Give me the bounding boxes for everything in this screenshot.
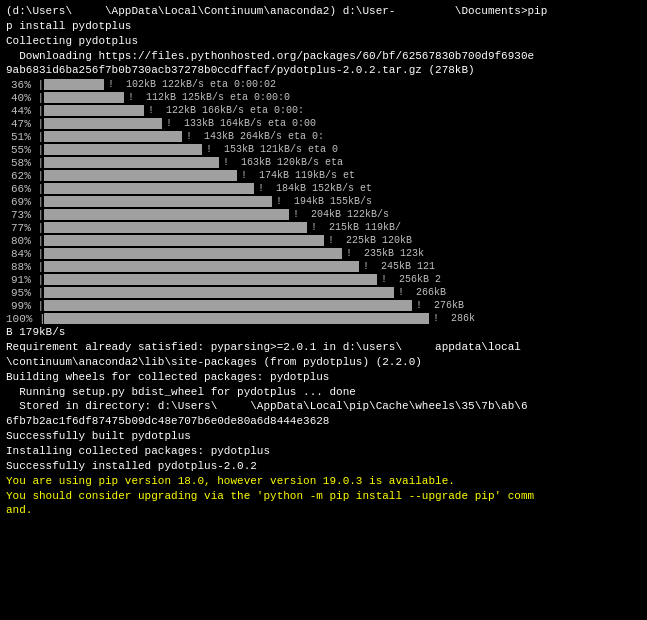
progress-info: ! 225kB 120kB bbox=[328, 235, 412, 246]
terminal-line: 6fb7b2ac1f6df87475b09dc48e707b6e0de80a6d… bbox=[6, 414, 641, 429]
progress-bar bbox=[44, 248, 342, 259]
progress-bar bbox=[44, 196, 272, 207]
progress-bar bbox=[44, 105, 144, 116]
progress-pct-label: 84% | bbox=[6, 248, 44, 260]
terminal-line: Downloading https://files.pythonhosted.o… bbox=[6, 49, 641, 64]
progress-row: 40% |! 112kB 125kB/s eta 0:00:0 bbox=[6, 91, 641, 104]
terminal-line: p install pydotplus bbox=[6, 19, 641, 34]
terminal-line: and. bbox=[6, 503, 641, 518]
progress-info: ! 184kB 152kB/s et bbox=[258, 183, 372, 194]
progress-pct-label: 58% | bbox=[6, 157, 44, 169]
progress-row: 58% |! 163kB 120kB/s eta bbox=[6, 156, 641, 169]
progress-pct-label: 47% | bbox=[6, 118, 44, 130]
progress-info: ! 235kB 123k bbox=[346, 248, 424, 259]
progress-bar bbox=[44, 235, 324, 246]
progress-row: 55% |! 153kB 121kB/s eta 0 bbox=[6, 143, 641, 156]
progress-info: ! 266kB bbox=[398, 287, 446, 298]
progress-bar bbox=[44, 287, 394, 298]
terminal-line: Successfully installed pydotplus-2.0.2 bbox=[6, 459, 641, 474]
progress-bar bbox=[44, 222, 307, 233]
terminal-line: (d:\Users\ \AppData\Local\Continuum\anac… bbox=[6, 4, 641, 19]
progress-row: 100% |! 286k bbox=[6, 312, 641, 325]
progress-bar bbox=[44, 313, 429, 324]
progress-row: 91% |! 256kB 2 bbox=[6, 273, 641, 286]
progress-bar bbox=[44, 183, 254, 194]
progress-bar bbox=[44, 274, 377, 285]
progress-bar bbox=[44, 170, 237, 181]
progress-row: 77% |! 215kB 119kB/ bbox=[6, 221, 641, 234]
progress-row: 51% |! 143kB 264kB/s eta 0: bbox=[6, 130, 641, 143]
progress-row: 44% |! 122kB 166kB/s eta 0:00: bbox=[6, 104, 641, 117]
progress-row: 80% |! 225kB 120kB bbox=[6, 234, 641, 247]
progress-pct-label: 95% | bbox=[6, 287, 44, 299]
terminal-line: Installing collected packages: pydotplus bbox=[6, 444, 641, 459]
terminal-line: Collecting pydotplus bbox=[6, 34, 641, 49]
progress-row: 95% |! 266kB bbox=[6, 286, 641, 299]
progress-bar bbox=[44, 79, 104, 90]
progress-info: ! 143kB 264kB/s eta 0: bbox=[186, 131, 324, 142]
progress-row: 69% |! 194kB 155kB/s bbox=[6, 195, 641, 208]
bottom-lines-section: B 179kB/sRequirement already satisfied: … bbox=[6, 325, 641, 518]
progress-bar bbox=[44, 300, 412, 311]
progress-info: ! 245kB 121 bbox=[363, 261, 435, 272]
progress-info: ! 122kB 166kB/s eta 0:00: bbox=[148, 105, 304, 116]
progress-pct-label: 91% | bbox=[6, 274, 44, 286]
progress-pct-label: 51% | bbox=[6, 131, 44, 143]
terminal-line: \continuum\anaconda2\lib\site-packages (… bbox=[6, 355, 641, 370]
progress-pct-label: 69% | bbox=[6, 196, 44, 208]
progress-area: 36% |! 102kB 122kB/s eta 0:00:0240% |! 1… bbox=[6, 78, 641, 325]
terminal-line: 9ab683id6ba256f7b0b730acb37278b0ccdffacf… bbox=[6, 63, 641, 78]
progress-info: ! 163kB 120kB/s eta bbox=[223, 157, 343, 168]
progress-info: ! 215kB 119kB/ bbox=[311, 222, 401, 233]
progress-bar bbox=[44, 118, 162, 129]
progress-pct-label: 100% | bbox=[6, 313, 44, 325]
terminal-line: You should consider upgrading via the 'p… bbox=[6, 489, 641, 504]
terminal-line: B 179kB/s bbox=[6, 325, 641, 340]
progress-info: ! 153kB 121kB/s eta 0 bbox=[206, 144, 338, 155]
terminal-line: You are using pip version 18.0, however … bbox=[6, 474, 641, 489]
progress-info: ! 286k bbox=[433, 313, 475, 324]
progress-pct-label: 44% | bbox=[6, 105, 44, 117]
progress-pct-label: 62% | bbox=[6, 170, 44, 182]
progress-info: ! 204kB 122kB/s bbox=[293, 209, 389, 220]
terminal-line: Successfully built pydotplus bbox=[6, 429, 641, 444]
progress-bar bbox=[44, 131, 182, 142]
progress-row: 84% |! 235kB 123k bbox=[6, 247, 641, 260]
progress-row: 36% |! 102kB 122kB/s eta 0:00:02 bbox=[6, 78, 641, 91]
progress-pct-label: 73% | bbox=[6, 209, 44, 221]
top-lines-section: (d:\Users\ \AppData\Local\Continuum\anac… bbox=[6, 4, 641, 78]
progress-pct-label: 99% | bbox=[6, 300, 44, 312]
terminal-line: Stored in directory: d:\Users\ \AppData\… bbox=[6, 399, 641, 414]
progress-pct-label: 88% | bbox=[6, 261, 44, 273]
progress-info: ! 194kB 155kB/s bbox=[276, 196, 372, 207]
terminal-window: (d:\Users\ \AppData\Local\Continuum\anac… bbox=[0, 0, 647, 620]
terminal-line: Building wheels for collected packages: … bbox=[6, 370, 641, 385]
progress-info: ! 256kB 2 bbox=[381, 274, 441, 285]
progress-pct-label: 80% | bbox=[6, 235, 44, 247]
progress-pct-label: 40% | bbox=[6, 92, 44, 104]
progress-bar bbox=[44, 144, 202, 155]
progress-row: 62% |! 174kB 119kB/s et bbox=[6, 169, 641, 182]
progress-pct-label: 66% | bbox=[6, 183, 44, 195]
progress-row: 73% |! 204kB 122kB/s bbox=[6, 208, 641, 221]
progress-pct-label: 55% | bbox=[6, 144, 44, 156]
progress-info: ! 174kB 119kB/s et bbox=[241, 170, 355, 181]
progress-pct-label: 36% | bbox=[6, 79, 44, 91]
progress-info: ! 102kB 122kB/s eta 0:00:02 bbox=[108, 79, 276, 90]
progress-bar bbox=[44, 209, 289, 220]
progress-bar bbox=[44, 261, 359, 272]
progress-bar bbox=[44, 157, 219, 168]
progress-pct-label: 77% | bbox=[6, 222, 44, 234]
progress-row: 88% |! 245kB 121 bbox=[6, 260, 641, 273]
terminal-line: Requirement already satisfied: pyparsing… bbox=[6, 340, 641, 355]
terminal-line: Running setup.py bdist_wheel for pydotpl… bbox=[6, 385, 641, 400]
progress-row: 99% |! 276kB bbox=[6, 299, 641, 312]
progress-info: ! 112kB 125kB/s eta 0:00:0 bbox=[128, 92, 290, 103]
progress-info: ! 133kB 164kB/s eta 0:00 bbox=[166, 118, 316, 129]
progress-row: 66% |! 184kB 152kB/s et bbox=[6, 182, 641, 195]
progress-row: 47% |! 133kB 164kB/s eta 0:00 bbox=[6, 117, 641, 130]
progress-bar bbox=[44, 92, 124, 103]
progress-info: ! 276kB bbox=[416, 300, 464, 311]
